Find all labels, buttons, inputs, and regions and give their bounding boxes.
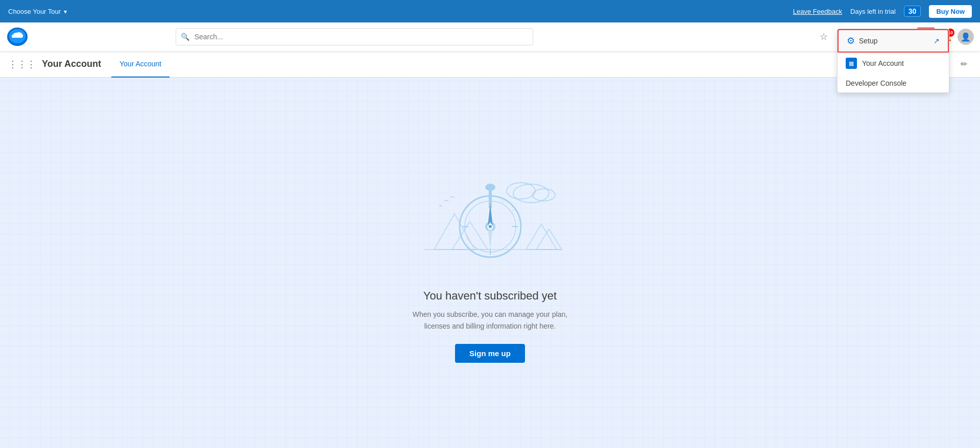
svg-point-16 [489, 225, 492, 228]
your-account-menu-label: Your Account [862, 59, 904, 67]
top-bar: Choose Your Tour Leave Feedback Days lef… [0, 0, 980, 22]
top-bar-right: Leave Feedback Days left in trial 30 Buy… [793, 5, 972, 18]
page-header-right: ✏ [955, 56, 972, 72]
developer-console-label: Developer Console [846, 79, 906, 87]
leave-feedback-link[interactable]: Leave Feedback [793, 8, 842, 15]
sign-me-up-button[interactable]: Sign me up [455, 344, 525, 363]
setup-label: Setup [859, 37, 878, 45]
salesforce-logo[interactable] [6, 26, 29, 48]
user-avatar[interactable]: 👤 [958, 29, 974, 45]
not-subscribed-description: When you subscribe, you can manage your … [403, 309, 577, 332]
favorites-button[interactable]: ☆ [815, 28, 833, 46]
main-content: You haven't subscribed yet When you subs… [0, 78, 980, 448]
your-account-icon: ▦ [846, 58, 857, 69]
star-icon: ☆ [820, 31, 828, 42]
svg-marker-6 [452, 221, 488, 250]
svg-marker-5 [434, 214, 475, 250]
tour-chevron-icon [64, 8, 67, 15]
svg-point-4 [533, 189, 555, 201]
grid-icon: ▦ [849, 60, 854, 67]
page-title: Your Account [42, 59, 101, 69]
not-subscribed-title: You haven't subscribed yet [423, 289, 557, 303]
compass-illustration [409, 163, 572, 275]
tour-selector[interactable]: Choose Your Tour [8, 8, 67, 15]
search-container: 🔍 [176, 28, 533, 45]
tab-your-account[interactable]: Your Account [111, 51, 170, 78]
external-link-icon: ↗ [934, 37, 940, 45]
illustration-container [409, 163, 572, 277]
tour-label: Choose Your Tour [8, 8, 61, 15]
page-header: ⋮⋮⋮ Your Account Your Account ✏ [0, 51, 980, 78]
svg-line-24 [502, 201, 503, 203]
setup-gear-icon: ⚙ [847, 35, 855, 46]
app-launcher-icon[interactable]: ⋮⋮⋮ [8, 59, 36, 70]
search-input[interactable] [176, 28, 533, 45]
gear-dropdown-setup-item[interactable]: ⚙ Setup ↗ [838, 29, 949, 53]
svg-line-25 [512, 210, 514, 211]
developer-console-menu-item[interactable]: Developer Console [838, 74, 949, 92]
svg-point-3 [507, 183, 535, 199]
edit-page-button[interactable]: ✏ [955, 56, 972, 72]
trial-days-badge: 30 [904, 6, 921, 17]
nav-bar: 🔍 ☆ ▾ ＋ ⊞ ? ⚙ 🔔 10 👤 [0, 22, 980, 51]
search-icon: 🔍 [181, 33, 189, 41]
svg-point-2 [513, 184, 549, 203]
buy-now-button[interactable]: Buy Now [929, 5, 972, 18]
svg-point-11 [485, 184, 495, 191]
svg-marker-7 [526, 224, 557, 250]
your-account-menu-item[interactable]: ▦ Your Account [838, 53, 949, 74]
gear-dropdown-menu: ⚙ Setup ↗ ▦ Your Account Developer Conso… [837, 29, 949, 93]
days-left-label: Days left in trial [850, 8, 896, 15]
avatar-icon: 👤 [961, 32, 971, 42]
svg-marker-8 [536, 229, 562, 250]
